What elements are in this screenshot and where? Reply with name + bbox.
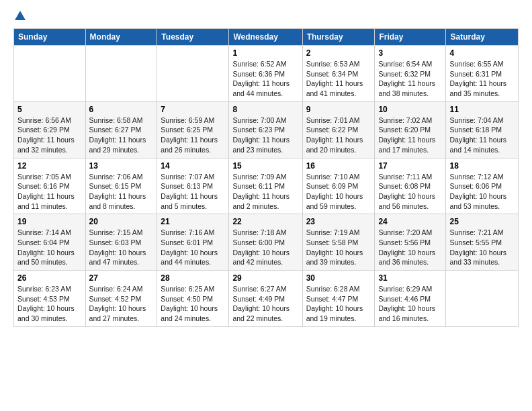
calendar-day-28: 28Sunrise: 6:25 AM Sunset: 4:50 PM Dayli…: [157, 271, 229, 327]
day-info: Sunrise: 7:21 AM Sunset: 5:55 PM Dayligh…: [449, 228, 515, 267]
day-info: Sunrise: 6:55 AM Sunset: 6:31 PM Dayligh…: [449, 59, 515, 99]
day-number: 23: [306, 217, 371, 226]
day-info: Sunrise: 6:53 AM Sunset: 6:34 PM Dayligh…: [306, 59, 371, 99]
calendar-day-11: 11Sunrise: 7:04 AM Sunset: 6:18 PM Dayli…: [446, 101, 519, 158]
weekday-header-sunday: Sunday: [14, 29, 86, 46]
day-info: Sunrise: 7:05 AM Sunset: 6:16 PM Dayligh…: [17, 172, 82, 212]
day-number: 3: [378, 48, 442, 58]
day-number: 18: [449, 161, 515, 171]
calendar-day-21: 21Sunrise: 7:16 AM Sunset: 6:01 PM Dayli…: [157, 214, 229, 271]
day-info: Sunrise: 7:06 AM Sunset: 6:15 PM Dayligh…: [89, 172, 154, 212]
day-info: Sunrise: 6:54 AM Sunset: 6:32 PM Dayligh…: [378, 59, 442, 99]
calendar-day-6: 6Sunrise: 6:58 AM Sunset: 6:27 PM Daylig…: [85, 101, 157, 158]
calendar-day-9: 9Sunrise: 7:01 AM Sunset: 6:22 PM Daylig…: [302, 101, 375, 158]
calendar-week-row: 12Sunrise: 7:05 AM Sunset: 6:16 PM Dayli…: [14, 158, 519, 214]
day-number: 27: [89, 273, 154, 283]
day-info: Sunrise: 7:19 AM Sunset: 5:58 PM Dayligh…: [306, 228, 371, 267]
day-number: 6: [89, 105, 154, 114]
day-info: Sunrise: 7:12 AM Sunset: 6:06 PM Dayligh…: [449, 172, 515, 212]
day-number: 11: [449, 105, 515, 114]
day-info: Sunrise: 6:58 AM Sunset: 6:27 PM Dayligh…: [89, 116, 154, 155]
page: SundayMondayTuesdayWednesdayThursdayFrid…: [0, 0, 532, 411]
day-number: 29: [232, 273, 298, 283]
day-number: 28: [161, 273, 225, 283]
calendar-day-1: 1Sunrise: 6:52 AM Sunset: 6:36 PM Daylig…: [229, 46, 302, 102]
day-number: 20: [89, 217, 154, 226]
day-number: 21: [161, 217, 225, 226]
day-number: 30: [306, 273, 371, 283]
day-info: Sunrise: 7:11 AM Sunset: 6:08 PM Dayligh…: [378, 172, 442, 212]
day-number: 5: [17, 105, 82, 114]
day-info: Sunrise: 6:56 AM Sunset: 6:29 PM Dayligh…: [17, 116, 82, 155]
day-number: 14: [161, 161, 225, 171]
day-info: Sunrise: 7:18 AM Sunset: 6:00 PM Dayligh…: [232, 228, 298, 267]
day-info: Sunrise: 7:16 AM Sunset: 6:01 PM Dayligh…: [161, 228, 225, 267]
day-number: 16: [306, 161, 371, 171]
day-info: Sunrise: 7:20 AM Sunset: 5:56 PM Dayligh…: [378, 228, 442, 267]
logo-triangle-icon: [15, 11, 26, 20]
calendar-empty-cell: [85, 46, 157, 102]
day-info: Sunrise: 7:10 AM Sunset: 6:09 PM Dayligh…: [306, 172, 371, 212]
calendar-week-row: 5Sunrise: 6:56 AM Sunset: 6:29 PM Daylig…: [14, 101, 519, 158]
weekday-header-tuesday: Tuesday: [157, 29, 229, 46]
weekday-header-friday: Friday: [375, 29, 446, 46]
day-number: 31: [378, 273, 442, 283]
day-number: 15: [232, 161, 298, 171]
weekday-header-row: SundayMondayTuesdayWednesdayThursdayFrid…: [14, 29, 519, 46]
day-number: 1: [232, 48, 298, 58]
day-info: Sunrise: 7:07 AM Sunset: 6:13 PM Dayligh…: [161, 172, 225, 212]
day-info: Sunrise: 6:59 AM Sunset: 6:25 PM Dayligh…: [161, 116, 225, 155]
day-info: Sunrise: 6:52 AM Sunset: 6:36 PM Dayligh…: [232, 59, 298, 99]
weekday-header-saturday: Saturday: [446, 29, 519, 46]
calendar-day-15: 15Sunrise: 7:09 AM Sunset: 6:11 PM Dayli…: [229, 158, 302, 214]
calendar-day-23: 23Sunrise: 7:19 AM Sunset: 5:58 PM Dayli…: [302, 214, 375, 271]
calendar-week-row: 1Sunrise: 6:52 AM Sunset: 6:36 PM Daylig…: [14, 46, 519, 102]
day-info: Sunrise: 7:15 AM Sunset: 6:03 PM Dayligh…: [89, 228, 154, 267]
day-info: Sunrise: 6:28 AM Sunset: 4:47 PM Dayligh…: [306, 284, 371, 324]
calendar-day-14: 14Sunrise: 7:07 AM Sunset: 6:13 PM Dayli…: [157, 158, 229, 214]
calendar-day-13: 13Sunrise: 7:06 AM Sunset: 6:15 PM Dayli…: [85, 158, 157, 214]
day-number: 22: [232, 217, 298, 226]
calendar-table: SundayMondayTuesdayWednesdayThursdayFrid…: [13, 28, 519, 327]
day-number: 13: [89, 161, 154, 171]
calendar-empty-cell: [157, 46, 229, 102]
calendar-day-22: 22Sunrise: 7:18 AM Sunset: 6:00 PM Dayli…: [229, 214, 302, 271]
day-number: 24: [378, 217, 442, 226]
day-info: Sunrise: 6:25 AM Sunset: 4:50 PM Dayligh…: [161, 284, 225, 324]
calendar-day-4: 4Sunrise: 6:55 AM Sunset: 6:31 PM Daylig…: [446, 46, 519, 102]
calendar-day-2: 2Sunrise: 6:53 AM Sunset: 6:34 PM Daylig…: [302, 46, 375, 102]
calendar-day-18: 18Sunrise: 7:12 AM Sunset: 6:06 PM Dayli…: [446, 158, 519, 214]
day-info: Sunrise: 7:04 AM Sunset: 6:18 PM Dayligh…: [449, 116, 515, 155]
calendar-day-29: 29Sunrise: 6:27 AM Sunset: 4:49 PM Dayli…: [229, 271, 302, 327]
calendar-day-25: 25Sunrise: 7:21 AM Sunset: 5:55 PM Dayli…: [446, 214, 519, 271]
calendar-week-row: 26Sunrise: 6:23 AM Sunset: 4:53 PM Dayli…: [14, 271, 519, 327]
calendar-day-26: 26Sunrise: 6:23 AM Sunset: 4:53 PM Dayli…: [14, 271, 86, 327]
calendar-day-5: 5Sunrise: 6:56 AM Sunset: 6:29 PM Daylig…: [14, 101, 86, 158]
calendar-week-row: 19Sunrise: 7:14 AM Sunset: 6:04 PM Dayli…: [14, 214, 519, 271]
day-number: 12: [17, 161, 82, 171]
day-number: 4: [449, 48, 515, 58]
calendar-day-30: 30Sunrise: 6:28 AM Sunset: 4:47 PM Dayli…: [302, 271, 375, 327]
day-info: Sunrise: 6:29 AM Sunset: 4:46 PM Dayligh…: [378, 284, 442, 324]
weekday-header-wednesday: Wednesday: [229, 29, 302, 46]
weekday-header-monday: Monday: [85, 29, 157, 46]
weekday-header-thursday: Thursday: [302, 29, 375, 46]
day-info: Sunrise: 7:01 AM Sunset: 6:22 PM Dayligh…: [306, 116, 371, 155]
calendar-empty-cell: [14, 46, 86, 102]
calendar-day-10: 10Sunrise: 7:02 AM Sunset: 6:20 PM Dayli…: [375, 101, 446, 158]
day-info: Sunrise: 7:09 AM Sunset: 6:11 PM Dayligh…: [232, 172, 298, 212]
day-number: 8: [232, 105, 298, 114]
day-info: Sunrise: 6:27 AM Sunset: 4:49 PM Dayligh…: [232, 284, 298, 324]
calendar-day-8: 8Sunrise: 7:00 AM Sunset: 6:23 PM Daylig…: [229, 101, 302, 158]
day-info: Sunrise: 6:24 AM Sunset: 4:52 PM Dayligh…: [89, 284, 154, 324]
day-info: Sunrise: 7:02 AM Sunset: 6:20 PM Dayligh…: [378, 116, 442, 155]
calendar-day-3: 3Sunrise: 6:54 AM Sunset: 6:32 PM Daylig…: [375, 46, 446, 102]
day-number: 19: [17, 217, 82, 226]
day-info: Sunrise: 6:23 AM Sunset: 4:53 PM Dayligh…: [17, 284, 82, 324]
day-number: 10: [378, 105, 442, 114]
day-info: Sunrise: 7:14 AM Sunset: 6:04 PM Dayligh…: [17, 228, 82, 267]
day-number: 2: [306, 48, 371, 58]
calendar-day-27: 27Sunrise: 6:24 AM Sunset: 4:52 PM Dayli…: [85, 271, 157, 327]
header: [13, 11, 519, 21]
day-number: 9: [306, 105, 371, 114]
